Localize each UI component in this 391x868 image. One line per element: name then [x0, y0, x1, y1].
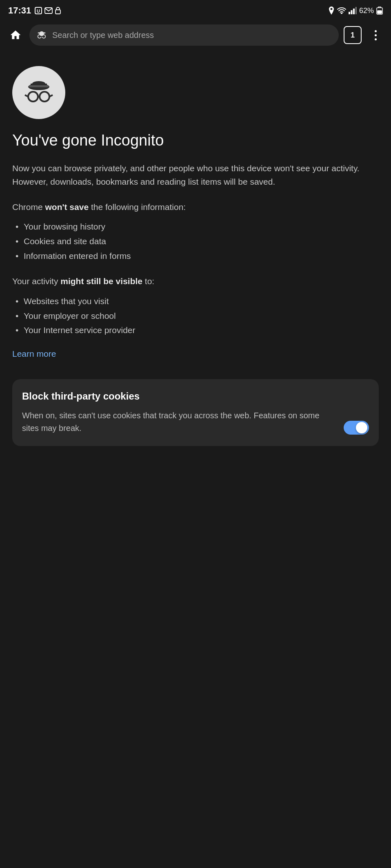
tab-count: 1 — [351, 31, 355, 40]
cookies-card: Block third-party cookies When on, sites… — [12, 379, 379, 446]
incognito-logo-container — [12, 66, 379, 119]
wifi-icon — [337, 7, 346, 14]
status-left: 17:31 U — [8, 5, 61, 16]
three-dots-icon — [375, 30, 377, 40]
visible-to-text: Your activity might still be visible to: — [12, 274, 379, 288]
status-bar: 17:31 U — [0, 0, 391, 20]
incognito-logo-circle — [12, 66, 65, 119]
home-button[interactable] — [7, 26, 24, 44]
incognito-title: You've gone Incognito — [12, 131, 379, 150]
search-input[interactable]: Search or type web address — [52, 31, 332, 40]
menu-button[interactable] — [367, 26, 384, 44]
wont-save-bold: won't save — [45, 202, 89, 212]
battery-percent: 62% — [359, 7, 374, 15]
incognito-small-icon — [36, 29, 47, 41]
svg-rect-8 — [355, 7, 357, 14]
search-bar[interactable]: Search or type web address — [29, 24, 339, 46]
list-item-forms: Information entered in forms — [12, 249, 379, 263]
status-left-icons: U — [34, 7, 61, 15]
home-icon — [9, 29, 22, 41]
chrome-wont-save-text: Chrome won't save the following informat… — [12, 200, 379, 214]
cookies-toggle-container — [344, 421, 369, 435]
incognito-body-text: Now you can browse privately, and other … — [12, 161, 379, 189]
might-still-bold: might still be visible — [60, 276, 142, 286]
u-icon: U — [34, 7, 42, 15]
visible-to-list: Websites that you visit Your employer or… — [12, 294, 379, 338]
location-icon — [328, 7, 335, 15]
battery-icon — [376, 7, 383, 15]
list-item-websites: Websites that you visit — [12, 294, 379, 309]
svg-point-4 — [341, 13, 342, 14]
svg-rect-12 — [38, 33, 46, 33]
cookies-card-text: When on, sites can't use cookies that tr… — [22, 409, 335, 435]
bottom-spacer — [0, 462, 391, 544]
signal-icon — [349, 7, 357, 14]
svg-rect-3 — [56, 10, 60, 14]
nav-bar: Search or type web address 1 — [0, 20, 391, 50]
svg-point-20 — [28, 92, 38, 102]
main-content: You've gone Incognito Now you can browse… — [0, 50, 391, 462]
list-item-employer: Your employer or school — [12, 309, 379, 323]
svg-rect-6 — [351, 10, 352, 14]
svg-rect-5 — [349, 12, 350, 14]
svg-rect-10 — [378, 11, 382, 13]
svg-text:U: U — [37, 9, 40, 13]
tab-count-button[interactable]: 1 — [344, 26, 362, 44]
lock-icon — [55, 7, 61, 15]
svg-rect-15 — [40, 36, 43, 37]
toggle-knob — [356, 422, 367, 433]
list-item-browsing-history: Your browsing history — [12, 219, 379, 234]
incognito-logo-icon — [22, 76, 55, 109]
svg-rect-7 — [353, 9, 355, 14]
svg-rect-19 — [29, 85, 49, 87]
cookies-card-body: When on, sites can't use cookies that tr… — [22, 409, 369, 435]
svg-point-21 — [40, 92, 49, 102]
list-item-isp: Your Internet service provider — [12, 323, 379, 338]
status-right: 62% — [328, 7, 383, 15]
status-time: 17:31 — [8, 5, 31, 16]
cookies-toggle[interactable] — [344, 421, 369, 435]
cookies-card-title: Block third-party cookies — [22, 391, 369, 402]
learn-more-link[interactable]: Learn more — [12, 349, 56, 359]
mail-icon — [44, 7, 53, 14]
svg-point-11 — [39, 31, 44, 36]
chrome-not-saved-list: Your browsing history Cookies and site d… — [12, 219, 379, 263]
list-item-cookies: Cookies and site data — [12, 234, 379, 249]
